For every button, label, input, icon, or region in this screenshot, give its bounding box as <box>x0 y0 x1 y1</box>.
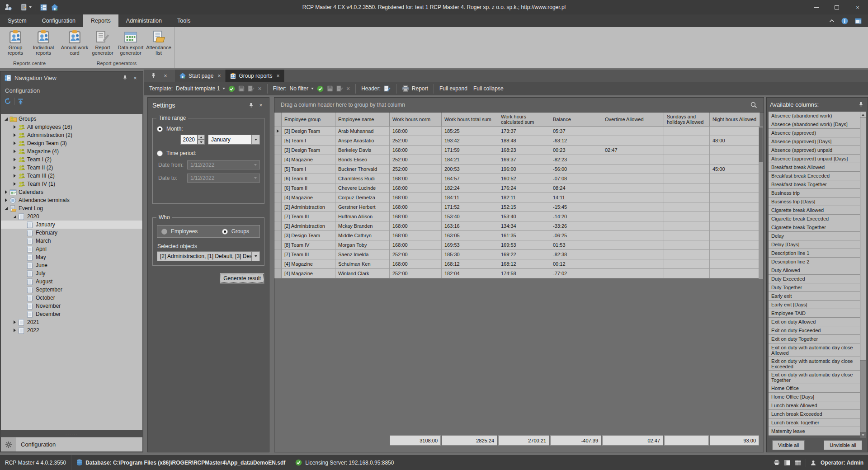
column-header-work-hours-total-sum[interactable]: Work hours total sum <box>442 113 498 127</box>
column-list-item[interactable]: Lunch break Exceeded <box>769 410 860 418</box>
full-collapse-button[interactable]: Full collapse <box>473 85 504 92</box>
tree-item-2020[interactable]: 2020 <box>1 212 142 221</box>
tree-item-march[interactable]: March <box>1 237 142 245</box>
column-list-item-partial[interactable]: Maternity leave [Days] <box>769 436 860 438</box>
dock-close-icon[interactable]: × <box>162 72 169 80</box>
groups-radio[interactable] <box>222 229 228 235</box>
column-list-item[interactable]: Cigarette break Together <box>769 223 860 232</box>
column-header-night-hours-allowed[interactable]: Night hours Allowed <box>710 113 760 127</box>
column-list-item[interactable]: Absence (abandoned work) <box>769 112 860 120</box>
table-row[interactable]: [7] Team IIIHuffman Allison168:00153:401… <box>274 212 760 221</box>
table-row[interactable]: [3] Design TeamMiddle Cathryn168:00163:0… <box>274 231 760 240</box>
chevron-down-icon[interactable] <box>252 251 260 261</box>
tree-expander-icon[interactable] <box>3 198 9 202</box>
filter-dropdown[interactable]: No filter <box>290 85 314 92</box>
tree-item-may[interactable]: May <box>1 253 142 261</box>
tree-item-calendars[interactable]: Calendars <box>1 188 142 196</box>
time-period-radio[interactable] <box>157 150 163 156</box>
table-row[interactable]: [2] AdministractionGerstner Herbert168:0… <box>274 202 760 212</box>
close-icon[interactable]: × <box>257 102 264 109</box>
column-list-item[interactable]: Lunch break Allowed <box>769 401 860 410</box>
year-field[interactable]: 2020 <box>180 135 198 145</box>
tree-item-team-iv-1[interactable]: Team IV (1) <box>1 180 142 188</box>
table-row[interactable]: [7] Team IIISaenz Imelda252:00185:30169:… <box>274 250 760 259</box>
tree-item-groups[interactable]: Groups <box>1 115 142 123</box>
column-list-item[interactable]: Exit on duty with automatic day close Al… <box>769 343 860 357</box>
tree-item-attendance-terminals[interactable]: Attendance terminals <box>1 196 142 204</box>
tree-item-design-team-3[interactable]: Design Team (3) <box>1 139 142 147</box>
tree-expander-icon[interactable] <box>11 329 18 332</box>
employees-radio[interactable] <box>161 229 167 235</box>
tree-item-december[interactable]: December <box>1 310 142 318</box>
tab-close-icon[interactable]: × <box>275 73 279 79</box>
tree-expander-icon[interactable] <box>11 150 18 153</box>
dock-pin-icon[interactable] <box>150 72 157 80</box>
column-list-item[interactable]: Duty Allowed <box>769 266 860 275</box>
navigation-view-icon[interactable] <box>40 4 47 11</box>
column-list-item[interactable]: Absence (approved) <box>769 129 860 137</box>
tree-expander-icon[interactable] <box>3 207 9 210</box>
tree-expander-icon[interactable] <box>11 174 18 178</box>
tree-expander-icon[interactable] <box>11 320 18 324</box>
column-header-work-hours-norm[interactable]: Work hours norm <box>390 113 442 127</box>
sidebar-item-configuration[interactable]: Configuration <box>1 437 142 451</box>
column-list-item[interactable]: Lunch break Together <box>769 418 860 427</box>
table-row[interactable]: [3] Design TeamArab Muhannad168:00185:25… <box>274 127 760 136</box>
scrollbar-thumb[interactable] <box>860 118 866 361</box>
table-row[interactable]: [5] Team IArispe Anastatio252:00193:4218… <box>274 136 760 146</box>
groups-radio-row[interactable]: Groups <box>222 228 249 235</box>
employees-radio-row[interactable]: Employees <box>161 228 198 235</box>
template-dropdown[interactable]: Default template 1 <box>176 85 225 92</box>
tab-group-reports[interactable]: Group reports× <box>226 70 284 82</box>
column-list-item[interactable]: Early exit [Days] <box>769 301 860 309</box>
column-list-item[interactable]: Duty Together <box>769 283 860 292</box>
column-list-item[interactable]: Duty Exceeded <box>769 275 860 283</box>
tree-expander-icon[interactable] <box>11 215 18 218</box>
panel-icon[interactable] <box>855 18 862 24</box>
filter-save-icon[interactable] <box>327 85 333 92</box>
report-generator-button[interactable]: Report generator <box>89 28 117 56</box>
tree-item-september[interactable]: September <box>1 286 142 294</box>
annual-work-card-button[interactable]: Annual work card <box>61 28 89 56</box>
scroll-down-icon[interactable] <box>860 432 866 438</box>
minimize-button[interactable] <box>806 0 826 14</box>
menu-tools[interactable]: Tools <box>170 14 198 27</box>
template-delete-icon[interactable]: × <box>258 85 261 92</box>
scroll-up-icon[interactable] <box>860 112 866 118</box>
table-row[interactable]: [8] Team IVMorgan Toby168:00169:53169:53… <box>274 240 760 250</box>
header-edit-icon[interactable] <box>384 85 391 92</box>
table-row[interactable]: [6] Team IIChevere Lucinde168:00182:2417… <box>274 183 760 193</box>
report-button[interactable]: Report <box>402 85 428 92</box>
tree-expander-icon[interactable] <box>11 182 18 186</box>
printer-status-icon[interactable] <box>774 460 780 465</box>
column-list-item[interactable]: Absence (approved) unpaid <box>769 146 860 155</box>
tree-item-team-ii-2[interactable]: Team II (2) <box>1 164 142 172</box>
column-list-item[interactable]: Absence (approved) unpaid [Days] <box>769 155 860 163</box>
column-header-overtime-allowed[interactable]: Overtime Allowed <box>602 113 664 127</box>
refresh-icon[interactable] <box>4 98 11 105</box>
column-list-item[interactable]: Absence (abandoned work) [Days] <box>769 120 860 129</box>
tree-item-october[interactable]: October <box>1 294 142 302</box>
columns-scrollbar[interactable] <box>860 112 866 438</box>
pin-icon[interactable] <box>857 101 864 108</box>
tree-expander-icon[interactable] <box>11 133 18 137</box>
column-list-item[interactable]: Early exit <box>769 292 860 301</box>
data-export-generator-button[interactable]: Data export generator <box>117 28 145 56</box>
tree-item-february[interactable]: February <box>1 229 142 237</box>
table-row[interactable]: [4] MagazineWinland Clark252:00182:04174… <box>274 269 760 278</box>
table-row[interactable]: [6] Team IIChambless Rudi168:00164:57160… <box>274 174 760 183</box>
panel-splitter[interactable]: ...... <box>0 430 143 437</box>
attendance-list-button[interactable]: Attendance list <box>145 28 173 56</box>
menu-administration[interactable]: Administration <box>118 14 170 27</box>
table-row[interactable]: [4] MagazineBonds Eliseo252:00184:21169:… <box>274 155 760 164</box>
tree-item-event-log[interactable]: Event Log <box>1 204 142 212</box>
columns-status-icon[interactable] <box>795 460 801 465</box>
table-row[interactable]: [4] MagazineSchulman Ken168:00168:12168:… <box>274 259 760 269</box>
table-row[interactable]: [4] MagazineCorpuz Demelza168:00184:1118… <box>274 193 760 202</box>
group-reports-button[interactable]: Group reports <box>1 28 29 56</box>
tree-item-june[interactable]: June <box>1 261 142 269</box>
column-list-item[interactable]: Exit on duty with automatic day close To… <box>769 371 860 384</box>
column-list-item[interactable]: Absence (approved) [Days] <box>769 137 860 146</box>
tab-start-page[interactable]: Start page× <box>175 70 226 82</box>
tree-item-2022[interactable]: 2022 <box>1 326 142 334</box>
